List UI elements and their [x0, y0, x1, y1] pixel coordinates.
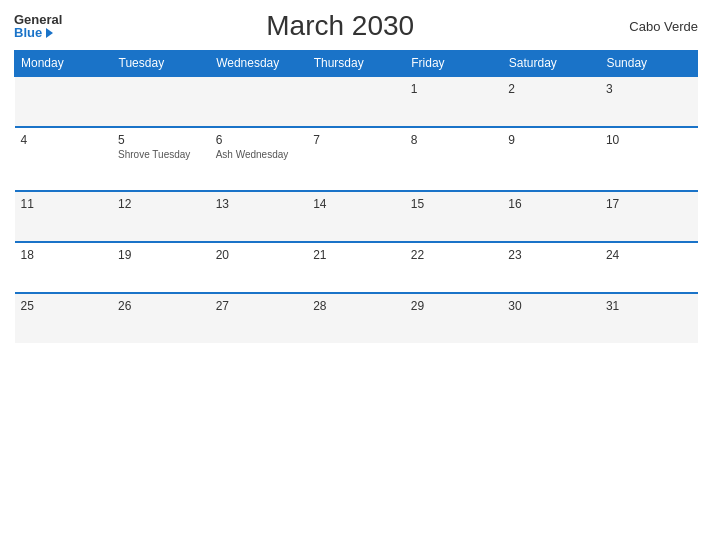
calendar-cell: 2	[502, 76, 600, 127]
calendar-cell: 10	[600, 127, 698, 191]
calendar-table: Monday Tuesday Wednesday Thursday Friday…	[14, 50, 698, 343]
calendar-cell: 30	[502, 293, 600, 343]
calendar-cell: 25	[15, 293, 113, 343]
day-number: 8	[411, 133, 497, 147]
day-number: 26	[118, 299, 204, 313]
calendar-week-row: 123	[15, 76, 698, 127]
day-number: 4	[21, 133, 107, 147]
calendar-cell: 27	[210, 293, 308, 343]
calendar-cell: 14	[307, 191, 405, 242]
day-number: 25	[21, 299, 107, 313]
day-number: 21	[313, 248, 399, 262]
day-number: 1	[411, 82, 497, 96]
calendar-cell	[307, 76, 405, 127]
day-number: 20	[216, 248, 302, 262]
day-number: 28	[313, 299, 399, 313]
calendar-cell: 1	[405, 76, 503, 127]
page: General Blue March 2030 Cabo Verde Monda…	[0, 0, 712, 550]
day-number: 24	[606, 248, 692, 262]
calendar-cell: 20	[210, 242, 308, 293]
day-event: Shrove Tuesday	[118, 149, 204, 160]
day-number: 13	[216, 197, 302, 211]
calendar-cell: 4	[15, 127, 113, 191]
calendar-cell: 8	[405, 127, 503, 191]
calendar-cell: 11	[15, 191, 113, 242]
day-number: 27	[216, 299, 302, 313]
calendar-week-row: 25262728293031	[15, 293, 698, 343]
calendar-cell: 7	[307, 127, 405, 191]
calendar-cell: 22	[405, 242, 503, 293]
calendar-cell: 16	[502, 191, 600, 242]
calendar-cell: 31	[600, 293, 698, 343]
day-number: 22	[411, 248, 497, 262]
calendar-week-row: 11121314151617	[15, 191, 698, 242]
calendar-cell: 19	[112, 242, 210, 293]
calendar-cell: 13	[210, 191, 308, 242]
logo-triangle-icon	[46, 28, 53, 38]
calendar-cell: 29	[405, 293, 503, 343]
day-number: 30	[508, 299, 594, 313]
calendar-week-row: 18192021222324	[15, 242, 698, 293]
calendar-cell: 26	[112, 293, 210, 343]
calendar-cell: 24	[600, 242, 698, 293]
day-number: 12	[118, 197, 204, 211]
day-number: 11	[21, 197, 107, 211]
calendar-cell	[210, 76, 308, 127]
calendar-cell: 21	[307, 242, 405, 293]
calendar-cell	[112, 76, 210, 127]
day-number: 2	[508, 82, 594, 96]
header-monday: Monday	[15, 51, 113, 77]
calendar-cell: 28	[307, 293, 405, 343]
day-number: 9	[508, 133, 594, 147]
calendar-cell: 6Ash Wednesday	[210, 127, 308, 191]
day-number: 10	[606, 133, 692, 147]
calendar-cell: 3	[600, 76, 698, 127]
header-sunday: Sunday	[600, 51, 698, 77]
header-friday: Friday	[405, 51, 503, 77]
calendar-cell: 23	[502, 242, 600, 293]
day-number: 23	[508, 248, 594, 262]
logo: General Blue	[14, 13, 62, 39]
calendar-cell: 9	[502, 127, 600, 191]
calendar-cell: 17	[600, 191, 698, 242]
logo-blue-text: Blue	[14, 26, 62, 39]
calendar-cell: 18	[15, 242, 113, 293]
header-thursday: Thursday	[307, 51, 405, 77]
day-event: Ash Wednesday	[216, 149, 302, 160]
header-tuesday: Tuesday	[112, 51, 210, 77]
day-number: 18	[21, 248, 107, 262]
header-wednesday: Wednesday	[210, 51, 308, 77]
calendar-cell: 5Shrove Tuesday	[112, 127, 210, 191]
day-number: 15	[411, 197, 497, 211]
calendar-cell: 12	[112, 191, 210, 242]
day-number: 29	[411, 299, 497, 313]
header: General Blue March 2030 Cabo Verde	[14, 10, 698, 42]
calendar-cell: 15	[405, 191, 503, 242]
day-number: 17	[606, 197, 692, 211]
day-number: 3	[606, 82, 692, 96]
day-number: 7	[313, 133, 399, 147]
day-number: 6	[216, 133, 302, 147]
day-number: 19	[118, 248, 204, 262]
header-saturday: Saturday	[502, 51, 600, 77]
day-number: 14	[313, 197, 399, 211]
calendar-cell	[15, 76, 113, 127]
day-number: 16	[508, 197, 594, 211]
country-label: Cabo Verde	[618, 19, 698, 34]
calendar-title: March 2030	[62, 10, 618, 42]
day-number: 31	[606, 299, 692, 313]
calendar-week-row: 45Shrove Tuesday6Ash Wednesday78910	[15, 127, 698, 191]
day-number: 5	[118, 133, 204, 147]
weekday-header-row: Monday Tuesday Wednesday Thursday Friday…	[15, 51, 698, 77]
